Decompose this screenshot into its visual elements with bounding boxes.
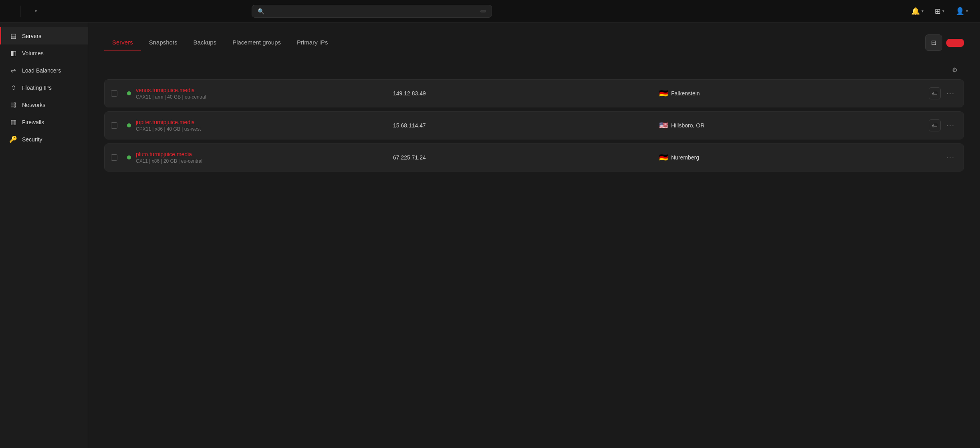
more-options-button[interactable]: ··· <box>944 89 957 99</box>
row-checkbox-wrap[interactable] <box>111 154 127 161</box>
flag-icon: 🇺🇸 <box>659 121 668 130</box>
tabs: ServersSnapshotsBackupsPlacement groupsP… <box>104 35 336 50</box>
server-spec: CAX11 | arm | 40 GB | eu-central <box>136 94 206 100</box>
networks-icon: ⇶ <box>9 101 17 109</box>
server-row[interactable]: pluto.turnipjuice.media CX11 | x86 | 20 … <box>104 143 964 172</box>
row-checkbox[interactable] <box>111 122 117 129</box>
server-row[interactable]: venus.turnipjuice.media CAX11 | arm | 40… <box>104 79 964 107</box>
server-name-wrap: jupiter.turnipjuice.media CPX11 | x86 | … <box>136 119 201 132</box>
public-ip: 15.68.114.47 <box>393 122 659 129</box>
topbar-actions: 🔔 ▾ ⊞ ▾ 👤 ▾ <box>907 4 972 18</box>
location-name: Hillsboro, OR <box>671 122 704 129</box>
topbar-divider <box>20 6 20 17</box>
sidebar-item-networks[interactable]: ⇶ Networks <box>0 96 88 113</box>
row-checkbox[interactable] <box>111 154 117 161</box>
account-button[interactable]: 👤 ▾ <box>952 4 972 18</box>
public-ip: 67.225.71.24 <box>393 154 659 161</box>
server-spec: CPX11 | x86 | 40 GB | us-west <box>136 126 201 132</box>
row-checkbox-wrap[interactable] <box>111 90 127 97</box>
search-icon: 🔍 <box>258 8 264 14</box>
server-spec: CX11 | x86 | 20 GB | eu-central <box>136 158 202 164</box>
servers-icon: ▤ <box>9 32 17 40</box>
tab-servers[interactable]: Servers <box>104 35 141 50</box>
tabs-actions: ⊟ <box>925 34 964 51</box>
table-header: ⚙ <box>104 62 964 78</box>
location-name: Nuremberg <box>671 154 699 161</box>
status-indicator <box>127 91 131 95</box>
server-name[interactable]: jupiter.turnipjuice.media <box>136 119 201 125</box>
main-content: ServersSnapshotsBackupsPlacement groupsP… <box>88 22 980 448</box>
location: 🇺🇸 Hillsboro, OR <box>659 121 925 130</box>
server-name-wrap: venus.turnipjuice.media CAX11 | arm | 40… <box>136 87 206 100</box>
load-balancers-icon: ⇌ <box>9 67 17 74</box>
sidebar-label-servers: Servers <box>22 33 41 39</box>
filter-button[interactable]: ⊟ <box>925 34 942 51</box>
server-row[interactable]: jupiter.turnipjuice.media CPX11 | x86 | … <box>104 111 964 139</box>
sidebar-label-firewalls: Firewalls <box>22 119 44 125</box>
tab-backups[interactable]: Backups <box>186 35 225 50</box>
sidebar-item-volumes[interactable]: ◧ Volumes <box>0 44 88 62</box>
chevron-down-icon: ▾ <box>35 9 37 13</box>
row-actions: ··· <box>925 153 957 163</box>
chevron-down-icon: ▾ <box>942 9 944 13</box>
sidebar-item-servers[interactable]: ▤ Servers <box>0 27 88 44</box>
public-ip: 149.12.83.49 <box>393 90 659 97</box>
more-options-button[interactable]: ··· <box>944 121 957 131</box>
server-list: venus.turnipjuice.media CAX11 | arm | 40… <box>104 79 964 172</box>
add-server-button[interactable] <box>946 39 964 47</box>
server-info: venus.turnipjuice.media CAX11 | arm | 40… <box>127 87 393 100</box>
firewalls-icon: ▦ <box>9 118 17 126</box>
search-shortcut <box>480 10 486 12</box>
sidebar-item-firewalls[interactable]: ▦ Firewalls <box>0 113 88 131</box>
more-options-button[interactable]: ··· <box>944 153 957 163</box>
tab-snapshots[interactable]: Snapshots <box>141 35 186 50</box>
server-info: pluto.turnipjuice.media CX11 | x86 | 20 … <box>127 151 393 164</box>
volumes-icon: ◧ <box>9 49 17 57</box>
sidebar-label-networks: Networks <box>22 102 45 108</box>
topbar: ▾ 🔍 🔔 ▾ ⊞ ▾ 👤 ▾ <box>0 0 980 22</box>
notifications-button[interactable]: 🔔 ▾ <box>907 4 928 18</box>
chevron-down-icon: ▾ <box>966 9 968 13</box>
row-actions: 🏷 ··· <box>925 87 957 99</box>
status-indicator <box>127 123 131 127</box>
row-checkbox-wrap[interactable] <box>111 122 127 129</box>
filter-icon: ⊟ <box>931 39 936 46</box>
apps-button[interactable]: ⊞ ▾ <box>931 4 948 18</box>
label-button[interactable]: 🏷 <box>929 87 941 99</box>
label-icon: 🏷 <box>932 90 938 97</box>
flag-icon: 🇩🇪 <box>659 153 668 162</box>
sidebar-item-floating-ips[interactable]: ⇧ Floating IPs <box>0 79 88 96</box>
label-button[interactable]: 🏷 <box>929 119 941 131</box>
column-settings-button[interactable]: ⚙ <box>952 66 958 74</box>
row-actions: 🏷 ··· <box>925 119 957 131</box>
location: 🇩🇪 Falkenstein <box>659 89 925 98</box>
tabs-row: ServersSnapshotsBackupsPlacement groupsP… <box>104 34 964 51</box>
search-input[interactable] <box>268 8 477 14</box>
sidebar-label-security: Security <box>22 136 42 143</box>
search-bar[interactable]: 🔍 <box>252 5 492 18</box>
sidebar-label-volumes: Volumes <box>22 50 44 57</box>
label-icon: 🏷 <box>932 122 938 129</box>
chevron-down-icon: ▾ <box>922 9 924 13</box>
status-indicator <box>127 155 131 159</box>
sidebar-item-security[interactable]: 🔑 Security <box>0 131 88 148</box>
location: 🇩🇪 Nuremberg <box>659 153 925 162</box>
floating-ips-icon: ⇧ <box>9 84 17 91</box>
server-name[interactable]: venus.turnipjuice.media <box>136 87 206 93</box>
tab-placement-groups[interactable]: Placement groups <box>224 35 289 50</box>
sidebar-item-load-balancers[interactable]: ⇌ Load Balancers <box>0 62 88 79</box>
server-info: jupiter.turnipjuice.media CPX11 | x86 | … <box>127 119 393 132</box>
sidebar-label-load-balancers: Load Balancers <box>22 67 61 74</box>
flag-icon: 🇩🇪 <box>659 89 668 98</box>
app-body: ▤ Servers ◧ Volumes ⇌ Load Balancers ⇧ F… <box>0 22 980 448</box>
row-checkbox[interactable] <box>111 90 117 97</box>
server-name-wrap: pluto.turnipjuice.media CX11 | x86 | 20 … <box>136 151 202 164</box>
server-name[interactable]: pluto.turnipjuice.media <box>136 151 202 157</box>
security-icon: 🔑 <box>9 135 17 143</box>
tab-primary-ips[interactable]: Primary IPs <box>289 35 336 50</box>
sidebar: ▤ Servers ◧ Volumes ⇌ Load Balancers ⇧ F… <box>0 22 88 448</box>
project-selector[interactable]: ▾ <box>28 6 41 16</box>
sidebar-label-floating-ips: Floating IPs <box>22 85 52 91</box>
location-name: Falkenstein <box>671 90 700 97</box>
